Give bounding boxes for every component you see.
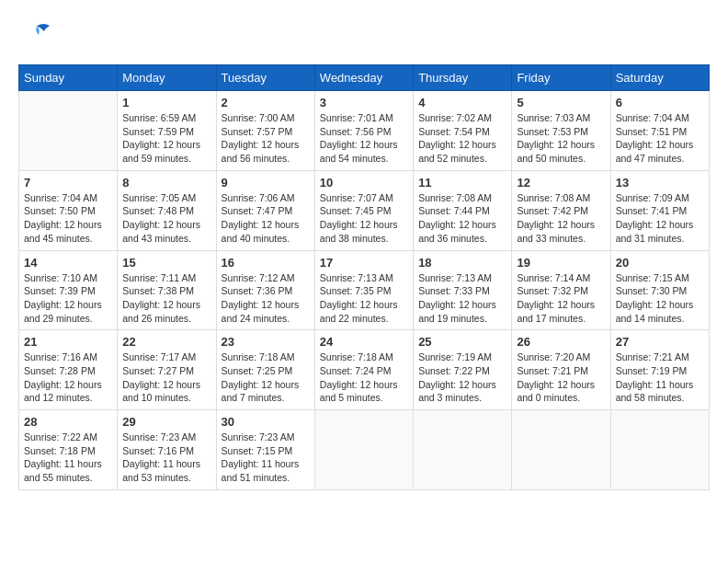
day-info: Sunrise: 7:04 AMSunset: 7:50 PMDaylight:…: [24, 191, 112, 246]
page-header: [18, 18, 710, 55]
header-friday: Friday: [512, 65, 610, 91]
day-info: Sunrise: 7:16 AMSunset: 7:28 PMDaylight:…: [24, 350, 112, 405]
header-tuesday: Tuesday: [216, 65, 314, 91]
calendar-cell: 15Sunrise: 7:11 AMSunset: 7:38 PMDayligh…: [118, 250, 216, 330]
day-number: 18: [418, 256, 506, 270]
day-info: Sunrise: 7:20 AMSunset: 7:21 PMDaylight:…: [517, 350, 605, 405]
day-info: Sunrise: 7:06 AMSunset: 7:47 PMDaylight:…: [222, 191, 310, 246]
day-info: Sunrise: 7:23 AMSunset: 7:15 PMDaylight:…: [222, 431, 310, 485]
day-number: 4: [418, 96, 506, 109]
day-number: 17: [320, 256, 408, 270]
day-info: Sunrise: 7:18 AMSunset: 7:25 PMDaylight:…: [222, 350, 310, 405]
day-number: 16: [222, 256, 310, 270]
calendar-week-row: 21Sunrise: 7:16 AMSunset: 7:28 PMDayligh…: [19, 330, 710, 410]
day-info: Sunrise: 7:05 AMSunset: 7:48 PMDaylight:…: [122, 191, 210, 246]
day-number: 23: [222, 335, 310, 349]
day-info: Sunrise: 7:19 AMSunset: 7:22 PMDaylight:…: [418, 350, 506, 405]
day-number: 27: [616, 335, 704, 349]
calendar-cell: 28Sunrise: 7:22 AMSunset: 7:18 PMDayligh…: [19, 410, 118, 490]
day-info: Sunrise: 7:10 AMSunset: 7:39 PMDaylight:…: [24, 271, 112, 326]
day-info: Sunrise: 7:21 AMSunset: 7:19 PMDaylight:…: [616, 350, 704, 405]
day-info: Sunrise: 7:03 AMSunset: 7:53 PMDaylight:…: [517, 111, 605, 166]
header-sunday: Sunday: [19, 65, 118, 91]
calendar-cell: 17Sunrise: 7:13 AMSunset: 7:35 PMDayligh…: [314, 250, 413, 330]
calendar-cell: 30Sunrise: 7:23 AMSunset: 7:15 PMDayligh…: [216, 410, 314, 490]
header-wednesday: Wednesday: [314, 65, 413, 91]
day-number: 20: [616, 256, 704, 270]
day-number: 14: [24, 256, 112, 270]
calendar-cell: 7Sunrise: 7:04 AMSunset: 7:50 PMDaylight…: [19, 170, 118, 250]
day-info: Sunrise: 7:04 AMSunset: 7:51 PMDaylight:…: [616, 111, 704, 166]
day-number: 13: [616, 176, 704, 190]
calendar-cell: 18Sunrise: 7:13 AMSunset: 7:33 PMDayligh…: [414, 250, 512, 330]
calendar-cell: 13Sunrise: 7:09 AMSunset: 7:41 PMDayligh…: [610, 170, 709, 250]
calendar-cell: [19, 91, 118, 171]
day-number: 3: [320, 96, 408, 109]
day-info: Sunrise: 6:59 AMSunset: 7:59 PMDaylight:…: [122, 111, 210, 166]
day-info: Sunrise: 7:07 AMSunset: 7:45 PMDaylight:…: [320, 191, 408, 246]
calendar-cell: 8Sunrise: 7:05 AMSunset: 7:48 PMDaylight…: [118, 170, 216, 250]
day-number: 6: [616, 96, 704, 109]
calendar-week-row: 7Sunrise: 7:04 AMSunset: 7:50 PMDaylight…: [19, 170, 710, 250]
calendar-cell: 4Sunrise: 7:02 AMSunset: 7:54 PMDaylight…: [414, 91, 512, 171]
day-number: 11: [418, 176, 506, 190]
day-info: Sunrise: 7:08 AMSunset: 7:42 PMDaylight:…: [517, 191, 605, 246]
day-info: Sunrise: 7:13 AMSunset: 7:33 PMDaylight:…: [418, 271, 506, 326]
day-info: Sunrise: 7:13 AMSunset: 7:35 PMDaylight:…: [320, 271, 408, 326]
day-info: Sunrise: 7:02 AMSunset: 7:54 PMDaylight:…: [418, 111, 506, 166]
day-info: Sunrise: 7:15 AMSunset: 7:30 PMDaylight:…: [616, 271, 704, 326]
day-info: Sunrise: 7:14 AMSunset: 7:32 PMDaylight:…: [517, 271, 605, 326]
day-number: 7: [24, 176, 112, 190]
calendar-week-row: 28Sunrise: 7:22 AMSunset: 7:18 PMDayligh…: [19, 410, 710, 490]
logo-icon: [18, 18, 55, 55]
calendar-cell: 27Sunrise: 7:21 AMSunset: 7:19 PMDayligh…: [610, 330, 709, 410]
calendar-cell: 3Sunrise: 7:01 AMSunset: 7:56 PMDaylight…: [314, 91, 413, 171]
logo: [18, 18, 59, 55]
calendar-cell: 20Sunrise: 7:15 AMSunset: 7:30 PMDayligh…: [610, 250, 709, 330]
calendar-cell: 21Sunrise: 7:16 AMSunset: 7:28 PMDayligh…: [19, 330, 118, 410]
day-info: Sunrise: 7:11 AMSunset: 7:38 PMDaylight:…: [122, 271, 210, 326]
day-number: 21: [24, 335, 112, 349]
day-number: 25: [418, 335, 506, 349]
header-monday: Monday: [118, 65, 216, 91]
day-number: 26: [517, 335, 605, 349]
day-info: Sunrise: 7:08 AMSunset: 7:44 PMDaylight:…: [418, 191, 506, 246]
day-number: 28: [24, 415, 112, 429]
calendar-cell: 6Sunrise: 7:04 AMSunset: 7:51 PMDaylight…: [610, 91, 709, 171]
day-info: Sunrise: 7:12 AMSunset: 7:36 PMDaylight:…: [222, 271, 310, 326]
calendar-cell: 2Sunrise: 7:00 AMSunset: 7:57 PMDaylight…: [216, 91, 314, 171]
day-info: Sunrise: 7:00 AMSunset: 7:57 PMDaylight:…: [222, 111, 310, 166]
calendar-header-row: SundayMondayTuesdayWednesdayThursdayFrid…: [19, 65, 710, 91]
calendar-cell: 14Sunrise: 7:10 AMSunset: 7:39 PMDayligh…: [19, 250, 118, 330]
day-number: 30: [222, 415, 310, 429]
calendar-cell: 9Sunrise: 7:06 AMSunset: 7:47 PMDaylight…: [216, 170, 314, 250]
calendar-cell: 29Sunrise: 7:23 AMSunset: 7:16 PMDayligh…: [118, 410, 216, 490]
day-info: Sunrise: 7:18 AMSunset: 7:24 PMDaylight:…: [320, 350, 408, 405]
calendar-cell: 25Sunrise: 7:19 AMSunset: 7:22 PMDayligh…: [414, 330, 512, 410]
header-thursday: Thursday: [414, 65, 512, 91]
day-number: 10: [320, 176, 408, 190]
day-number: 9: [222, 176, 310, 190]
day-number: 15: [122, 256, 210, 270]
day-info: Sunrise: 7:09 AMSunset: 7:41 PMDaylight:…: [616, 191, 704, 246]
calendar-cell: [314, 410, 413, 490]
day-number: 12: [517, 176, 605, 190]
calendar-cell: [414, 410, 512, 490]
day-number: 19: [517, 256, 605, 270]
calendar-week-row: 1Sunrise: 6:59 AMSunset: 7:59 PMDaylight…: [19, 91, 710, 171]
day-number: 24: [320, 335, 408, 349]
day-info: Sunrise: 7:22 AMSunset: 7:18 PMDaylight:…: [24, 431, 112, 485]
calendar-week-row: 14Sunrise: 7:10 AMSunset: 7:39 PMDayligh…: [19, 250, 710, 330]
day-number: 1: [122, 96, 210, 109]
calendar-cell: 19Sunrise: 7:14 AMSunset: 7:32 PMDayligh…: [512, 250, 610, 330]
day-info: Sunrise: 7:23 AMSunset: 7:16 PMDaylight:…: [122, 431, 210, 485]
day-info: Sunrise: 7:17 AMSunset: 7:27 PMDaylight:…: [122, 350, 210, 405]
calendar-cell: 16Sunrise: 7:12 AMSunset: 7:36 PMDayligh…: [216, 250, 314, 330]
day-number: 5: [517, 96, 605, 109]
calendar-cell: [610, 410, 709, 490]
calendar-cell: 26Sunrise: 7:20 AMSunset: 7:21 PMDayligh…: [512, 330, 610, 410]
calendar-cell: 11Sunrise: 7:08 AMSunset: 7:44 PMDayligh…: [414, 170, 512, 250]
day-number: 8: [122, 176, 210, 190]
calendar-cell: 24Sunrise: 7:18 AMSunset: 7:24 PMDayligh…: [314, 330, 413, 410]
day-info: Sunrise: 7:01 AMSunset: 7:56 PMDaylight:…: [320, 111, 408, 166]
